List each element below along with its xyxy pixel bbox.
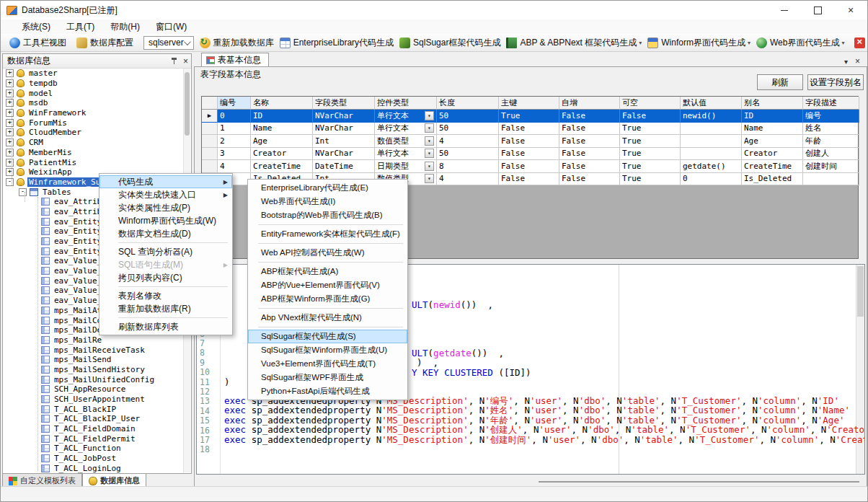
grid-cell[interactable]: 3 [218,148,251,161]
pin-icon[interactable] [172,58,177,65]
grid-cell[interactable]: Creator [251,148,313,161]
grid-cell[interactable]: CreateTime [251,160,313,173]
row-indicator[interactable] [202,135,218,148]
grid-cell[interactable]: NVarChar [313,123,375,136]
grid-cell[interactable]: False [559,173,620,186]
grid-cell[interactable]: NVarChar [313,148,375,161]
grid-cell[interactable]: True [620,135,681,148]
context-menu-item[interactable]: 代码生成▶ [99,175,232,188]
submenu-item[interactable]: SqlSugar框架Winform界面生成(U) [248,343,407,357]
grid-cell[interactable]: False [620,110,681,123]
context-menu-item[interactable]: 重新加载数据库(R) [99,302,232,315]
grid-cell[interactable]: 单行文本▾ [375,148,437,161]
grid-header-cell[interactable]: 字段类型 [313,97,375,110]
grid-cell[interactable]: True [620,173,681,186]
grid-header-cell[interactable]: 控件类型 [375,97,437,110]
tree-expander[interactable]: + [6,138,14,146]
tree-expander[interactable]: + [6,109,14,117]
tab-close-button[interactable]: × [855,56,860,66]
grid-cell[interactable]: CreateTime [742,160,803,173]
grid-cell[interactable]: 单行文本▾ [375,123,437,136]
submenu-item[interactable]: Python+FastApi后端代码生成 [248,384,407,398]
toolbar-button-winform[interactable]: Winform界面代码生成▾ [645,35,753,50]
grid-cell[interactable]: Age [742,135,803,148]
grid-cell[interactable]: False [559,160,620,173]
tree-expander[interactable]: - [6,178,14,186]
grid-header-cell[interactable]: 编号 [218,97,251,110]
tree-expander[interactable]: + [6,119,14,127]
row-indicator[interactable]: ▶ [202,110,218,123]
tree-item[interactable]: SCH_UserAppointment [3,395,184,405]
grid-cell[interactable]: DateTime [313,160,375,173]
tree-expander[interactable]: + [6,149,14,157]
grid-cell[interactable]: False [559,135,620,148]
grid-cell[interactable]: 2 [218,135,251,148]
submenu-item[interactable]: ABP框架代码生成(A) [248,265,407,278]
grid-cell[interactable]: False [499,160,559,173]
menubar-item[interactable]: 工具(T) [58,19,102,35]
grid-cell[interactable]: False [559,123,620,136]
combo-dropdown-button[interactable]: ▾ [425,149,434,158]
grid-cell[interactable]: NVarChar [313,110,375,123]
toolbar-button-exit[interactable]: 退出 [851,35,868,50]
grid-header-cell[interactable]: 长度 [437,97,499,110]
grid-header-cell[interactable]: 主键 [499,97,559,110]
tree-item[interactable]: +ForumMis [3,118,184,128]
tree-expander[interactable]: + [6,79,14,87]
tree-item[interactable]: T_ACL_FieldPermit [3,433,184,444]
tree-item[interactable]: +msdb [3,98,184,108]
tree-item[interactable]: +CloudMember [3,128,184,138]
menubar-item[interactable]: 系统(S) [14,19,58,35]
tree-item[interactable]: T_ACL_BlackIP [3,404,184,414]
grid-cell[interactable]: 创建人 [803,148,859,161]
submenu-item[interactable]: Vue3+Element界面代码生成(T) [248,357,407,371]
submenu-item[interactable]: Web API控制器代码生成(W) [248,246,407,260]
tree-expander[interactable]: + [6,159,14,167]
grid-cell[interactable]: Is_Deleted [742,173,803,186]
submenu-item[interactable]: Abp VNext框架代码生成(N) [248,311,407,325]
grid-cell[interactable]: 1 [218,123,251,136]
grid-cell[interactable]: Creator [742,148,803,161]
context-menu-item[interactable]: 数据库文档生成(D) [99,227,232,240]
toolbar-button-web[interactable]: Web界面代码生成▾ [753,35,847,50]
database-type-combobox[interactable]: sqlserver [143,36,194,50]
toolbar-button-refresh[interactable]: 重新加载数据库 [197,35,277,50]
toolbar-button-book[interactable]: ABP & ABPNext 框架代码生成▾ [503,35,645,50]
grid-cell[interactable]: True [620,148,681,161]
tree-expander[interactable]: + [6,69,14,77]
tree-item[interactable]: +MemberMis [3,148,184,158]
tree-item[interactable]: +tempdb [3,79,184,89]
grid-cell[interactable]: 姓名 [803,123,859,136]
combo-dropdown-button[interactable]: ▾ [425,136,434,146]
grid-cell[interactable]: 日期类型▾ [375,160,437,173]
submenu-item[interactable]: Bootstrap的Web界面代码生成(B) [248,208,407,222]
grid-cell[interactable]: newid() [681,110,742,123]
grid-cell[interactable]: Age [251,135,313,148]
tree-item[interactable]: +WinFramework [3,108,184,118]
combo-dropdown-button[interactable]: ▾ [425,162,434,171]
grid-cell[interactable] [803,173,859,186]
grid-header-cell[interactable]: 名称 [251,97,313,110]
grid-cell[interactable]: getdate() [681,160,742,173]
tree-item[interactable]: +PatientMis [3,157,184,167]
combo-dropdown-button[interactable]: ▾ [425,123,434,133]
grid-cell[interactable]: ID [742,110,803,123]
grid-cell[interactable]: Name [742,123,803,136]
grid-cell[interactable]: 0 [218,110,251,123]
toolbar-button-sugar[interactable]: SqlSugar框架代码生成 [397,35,503,50]
submenu-item[interactable]: SqlSugar框架代码生成(S) [248,330,407,343]
grid-cell[interactable]: 50 [437,110,499,123]
tree-scrollbar-thumb[interactable] [185,72,190,136]
tree-expander[interactable]: - [19,188,27,196]
grid-cell[interactable]: False [499,148,559,161]
tree-item[interactable]: T_ACL_JobPost [3,454,184,464]
grid-cell[interactable] [681,123,742,136]
set-field-alias-button[interactable]: 设置字段别名 [807,74,864,90]
minimize-button[interactable] [768,1,801,19]
combo-dropdown-button[interactable]: ▾ [425,174,434,183]
grid-cell[interactable]: 0 [681,173,742,186]
refresh-button[interactable]: 刷新 [757,74,803,90]
tree-item[interactable]: T_ACL_FieldDomain [3,424,184,434]
tree-item[interactable]: mps_MailReceiveTask [3,345,184,355]
grid-cell[interactable]: Int [313,135,375,148]
